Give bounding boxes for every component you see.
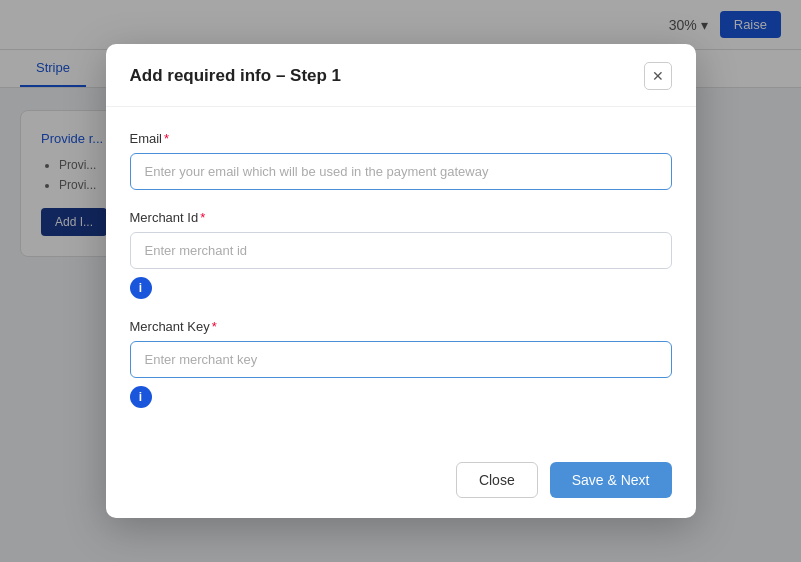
modal-header: Add required info – Step 1 ✕ [106, 44, 696, 107]
merchant-id-label: Merchant Id* [130, 210, 672, 225]
modal-overlay: Add required info – Step 1 ✕ Email* Merc… [0, 0, 801, 562]
merchant-key-label: Merchant Key* [130, 319, 672, 334]
modal-close-button[interactable]: ✕ [644, 62, 672, 90]
close-button[interactable]: Close [456, 462, 538, 498]
email-label: Email* [130, 131, 672, 146]
merchant-key-field-group: Merchant Key* i [130, 319, 672, 408]
merchant-id-input[interactable] [130, 232, 672, 269]
merchant-key-info-icon[interactable]: i [130, 386, 152, 408]
save-next-button[interactable]: Save & Next [550, 462, 672, 498]
email-input[interactable] [130, 153, 672, 190]
modal-footer: Close Save & Next [106, 448, 696, 518]
required-star: * [200, 210, 205, 225]
modal-dialog: Add required info – Step 1 ✕ Email* Merc… [106, 44, 696, 518]
required-star: * [212, 319, 217, 334]
merchant-key-input[interactable] [130, 341, 672, 378]
modal-title: Add required info – Step 1 [130, 66, 342, 86]
merchant-id-field-group: Merchant Id* i [130, 210, 672, 299]
close-icon: ✕ [652, 68, 664, 84]
modal-body: Email* Merchant Id* i Merchant Key* i [106, 107, 696, 448]
required-star: * [164, 131, 169, 146]
merchant-id-info-icon[interactable]: i [130, 277, 152, 299]
email-field-group: Email* [130, 131, 672, 190]
